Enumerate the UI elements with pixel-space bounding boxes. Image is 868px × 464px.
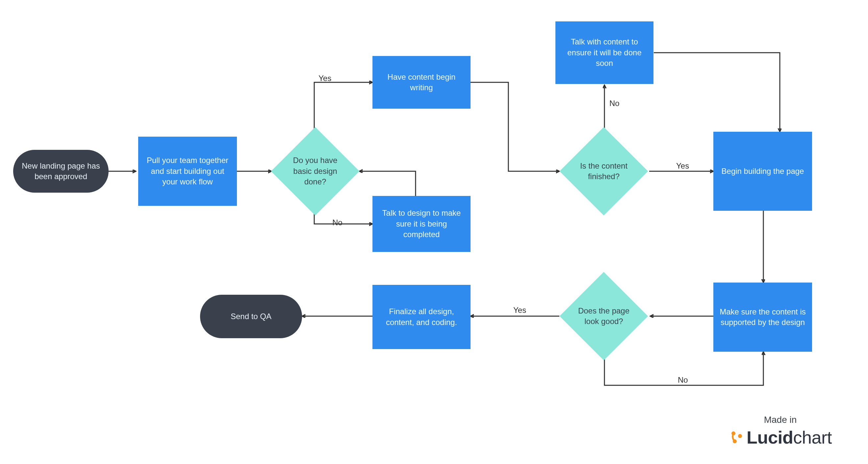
edge-label-no-2: No [609, 99, 620, 108]
process-talk-design-label: Talk to design to make sure it is being … [377, 208, 466, 240]
edge-label-no-3: No [678, 375, 688, 385]
decision-look-good-label: Does the page look good? [577, 306, 630, 327]
edge-label-no-1: No [332, 218, 343, 227]
decision-content-finished-label: Is the content finished? [577, 161, 630, 182]
brand-text: Lucidchart [747, 427, 832, 447]
decision-basic-design: Do you have basic design done? [284, 140, 346, 203]
svg-point-9 [738, 434, 742, 438]
process-talk-design: Talk to design to make sure it is being … [372, 196, 470, 252]
footer: Made in Lucidchart [729, 415, 832, 447]
footer-made-in: Made in [729, 415, 832, 425]
edge-label-yes-2: Yes [676, 162, 689, 171]
process-have-content: Have content begin writing [372, 56, 470, 109]
terminator-start-label: New landing page has been approved [18, 161, 104, 182]
decision-look-good: Does the page look good? [572, 285, 635, 347]
brand-bold: Lucid [747, 428, 793, 447]
process-pull-team: Pull your team together and start buildi… [138, 137, 237, 206]
terminator-send-qa-label: Send to QA [231, 311, 272, 322]
process-pull-team-label: Pull your team together and start buildi… [143, 155, 232, 187]
process-make-sure: Make sure the content is supported by th… [713, 283, 812, 352]
process-finalize: Finalize all design, content, and coding… [372, 285, 470, 349]
process-talk-content-label: Talk with content to ensure it will be d… [560, 36, 649, 68]
terminator-send-qa: Send to QA [200, 295, 302, 338]
brand-rest: chart [793, 428, 832, 447]
lucidchart-logo-icon [729, 430, 743, 444]
decision-content-finished: Is the content finished? [572, 140, 635, 203]
process-talk-content: Talk with content to ensure it will be d… [555, 21, 653, 84]
process-make-sure-label: Make sure the content is supported by th… [718, 307, 807, 328]
edge-label-yes-3: Yes [513, 306, 526, 315]
process-have-content-label: Have content begin writing [377, 72, 466, 93]
process-begin-build: Begin building the page [713, 132, 812, 211]
decision-basic-design-label: Do you have basic design done? [288, 155, 342, 187]
flowchart-canvas: New landing page has been approved Pull … [0, 0, 868, 464]
terminator-start: New landing page has been approved [13, 150, 108, 193]
process-begin-build-label: Begin building the page [721, 166, 804, 176]
edge-label-yes-1: Yes [318, 74, 331, 83]
process-finalize-label: Finalize all design, content, and coding… [377, 306, 466, 328]
footer-brand: Lucidchart [729, 427, 832, 447]
